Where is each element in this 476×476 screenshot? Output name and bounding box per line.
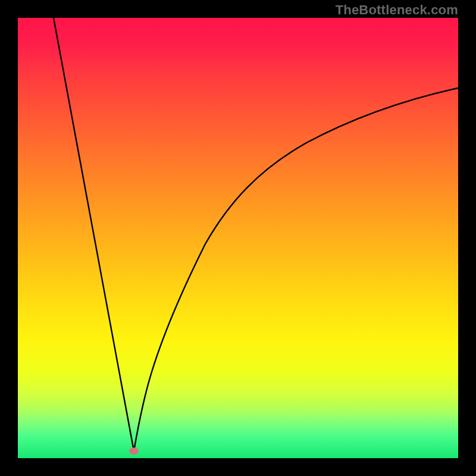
curve-path xyxy=(54,18,458,451)
minimum-marker xyxy=(129,447,139,455)
bottleneck-curve xyxy=(18,18,458,458)
chart-frame: TheBottleneck.com xyxy=(0,0,476,476)
watermark-text: TheBottleneck.com xyxy=(336,2,458,18)
